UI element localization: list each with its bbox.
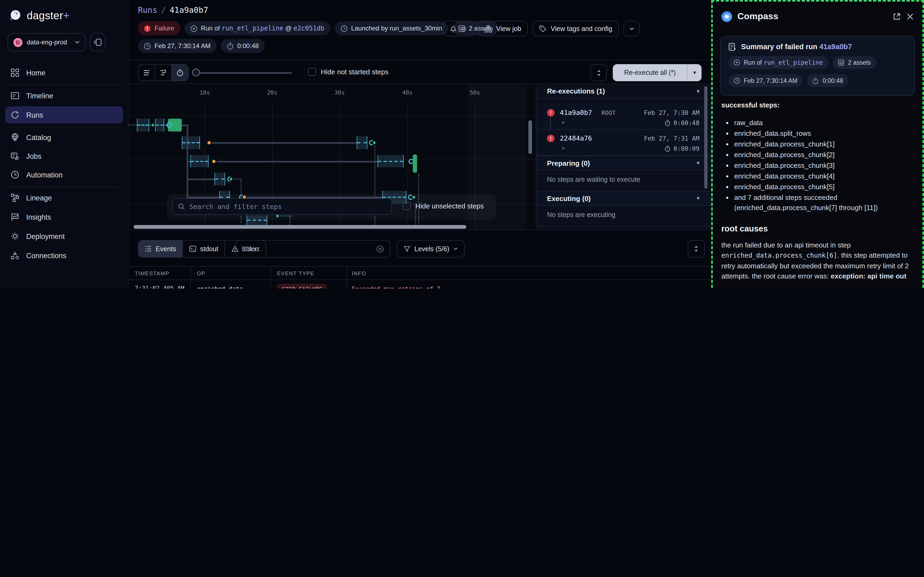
view-mode-timed-button[interactable] [172, 64, 188, 81]
view-job-button[interactable]: View job [478, 21, 528, 36]
events-sort-button[interactable] [688, 240, 705, 258]
preparing-section-header[interactable]: Preparing (0)▼ [536, 156, 711, 171]
stopwatch-icon [176, 69, 184, 76]
sidebar-item-deployment[interactable]: Deployment [5, 228, 123, 245]
sidebar-item-label: Jobs [26, 152, 42, 160]
run-duration: 0:00:09 [664, 145, 700, 152]
hide-not-started-checkbox[interactable] [308, 68, 316, 76]
step-item: enriched_data.process_chunk[3] [734, 160, 909, 171]
breadcrumb-separator: / [161, 5, 166, 15]
log-filter-input[interactable]: Filter... [235, 240, 390, 258]
run-id[interactable]: 41a9a0b7 [560, 108, 592, 116]
dagster-logo[interactable]: dagster+ [8, 8, 69, 23]
grid-icon [11, 68, 19, 77]
workspace-selector[interactable]: D data-eng-prod [8, 33, 85, 51]
sidebar-item-home[interactable]: Home [5, 64, 123, 81]
root-cause-paragraph: the run failed due to an api timeout in … [721, 240, 909, 281]
workspace-name: data-eng-prod [27, 39, 71, 46]
sidebar-item-label: Home [26, 69, 45, 77]
hide-unselected-control[interactable]: Hide unselected steps [403, 202, 484, 210]
tab-stdout[interactable]: stdout [183, 240, 225, 257]
event-op[interactable]: enriched_data [197, 285, 243, 288]
alerts-button[interactable]: ⊘ [443, 21, 473, 36]
error-icon: ! [547, 109, 555, 116]
view-tags-config-button[interactable]: View tags and config [532, 21, 619, 36]
gantt-chart[interactable]: 10s 20s 30s 40s 50s [128, 84, 536, 230]
summary-card-title: Summary of failed run 41a9a0b7 [728, 43, 907, 51]
summary-run-id[interactable]: 41a9a0b7 [819, 43, 852, 51]
sidebar-item-lineage[interactable]: Lineage [5, 189, 123, 206]
section-divider [536, 226, 711, 227]
reexec-scrollbar[interactable] [704, 86, 708, 189]
pipeline-link[interactable]: run_etl_pipeline [222, 24, 284, 32]
compass-summary-body: successful steps: raw_data enriched_data… [721, 100, 909, 288]
reexecute-all-label: Re-execute all (*) [613, 69, 687, 76]
reexecutions-header[interactable]: Re-executions (1)▼ [536, 84, 711, 99]
gantt-step-bar[interactable] [190, 155, 208, 167]
zoom-slider-track[interactable] [196, 72, 292, 74]
breadcrumb-runs-link[interactable]: Runs [138, 5, 157, 15]
pipeline-link[interactable]: run_etl_pipeline [764, 59, 823, 66]
launched-by-tag[interactable]: Launched by run_assets_30min [334, 21, 448, 35]
sidebar-item-automation[interactable]: Automation [5, 166, 123, 183]
gantt-vertical-scrollbar[interactable] [528, 120, 532, 154]
levels-filter-button[interactable]: Levels (5/6) [397, 240, 465, 258]
clock-icon [734, 77, 740, 84]
sidebar-item-jobs[interactable]: Jobs [5, 148, 123, 164]
reexecute-options-caret[interactable]: ▼ [688, 70, 701, 75]
run-actions: ⊘ View job View tags and config [443, 21, 640, 36]
reexec-run-row[interactable]: ! 41a9a0b7 ROOT Feb 27, 7:30 AM * 0:00:4… [536, 104, 711, 130]
sidebar-item-timeline[interactable]: Timeline [5, 87, 123, 104]
commit-link[interactable]: e2c051db [293, 24, 324, 32]
event-row-step-failure[interactable]: 7:31:02.405 AM enriched_data↳process_chu… [128, 280, 711, 288]
summary-run-chip[interactable]: Run of run_etl_pipeline [728, 56, 828, 69]
collapse-sidebar-button[interactable] [90, 33, 105, 51]
more-actions-button[interactable] [624, 21, 640, 36]
compass-icon [721, 11, 732, 22]
job-graph-icon [484, 25, 492, 32]
run-id[interactable]: 22484a76 [560, 134, 592, 142]
reexecute-all-button[interactable]: Re-execute all (*) ▼ [613, 64, 701, 81]
reexec-sort-button[interactable] [590, 64, 607, 81]
view-mode-waterfall-button[interactable] [155, 64, 172, 81]
gantt-step-bar-success[interactable] [413, 155, 417, 172]
chevron-down-icon [629, 27, 634, 30]
sidebar-item-catalog[interactable]: Catalog [5, 129, 123, 146]
executing-section-header[interactable]: Executing (0)▼ [536, 191, 711, 206]
failure-icon [144, 25, 151, 32]
run-date: Feb 27, 7:31 AM [644, 135, 700, 142]
sidebar-item-insights[interactable]: Insights [5, 208, 123, 226]
run-of-tag[interactable]: Run of run_etl_pipeline @ e2c051db [184, 21, 330, 35]
gantt-step-bar[interactable] [182, 136, 200, 149]
event-list-icon [145, 245, 152, 252]
sidebar-item-label: Catalog [26, 133, 51, 141]
view-mode-flat-button[interactable] [139, 64, 155, 81]
gantt-step-bar[interactable] [155, 119, 164, 132]
summary-assets-chip[interactable]: 2 assets [832, 56, 876, 69]
levels-label: Levels (5/6) [414, 245, 450, 253]
gantt-step-bar[interactable] [137, 119, 149, 132]
step-search-input[interactable]: Search and filter steps [172, 198, 392, 215]
dagster-app: dagster+ D data-eng-prod Home Timeline R… [0, 0, 924, 288]
gantt-horizontal-scrollbar[interactable] [134, 225, 466, 229]
sidebar-item-connections[interactable]: Connections [5, 247, 123, 264]
gantt-step-bar[interactable] [214, 172, 225, 185]
compass-header: Compass [721, 11, 914, 22]
terminal-icon [189, 245, 196, 252]
open-in-new-icon[interactable] [892, 12, 901, 21]
reexec-run-row[interactable]: ! 22484a76 Feb 27, 7:31 AM * 0:00:09 [536, 130, 711, 156]
zoom-slider-handle[interactable] [192, 68, 200, 76]
clear-filter-icon[interactable] [376, 245, 384, 253]
gantt-step-bar[interactable] [356, 136, 368, 149]
hide-unselected-checkbox[interactable] [403, 202, 411, 210]
clock-icon [11, 171, 19, 179]
sidebar-item-runs[interactable]: Runs [5, 106, 123, 124]
hide-not-started-control[interactable]: Hide not started steps [308, 68, 389, 76]
tab-events[interactable]: Events [139, 240, 183, 257]
close-icon[interactable] [906, 13, 914, 20]
col-info: INFO [352, 271, 366, 276]
step-marker-success [150, 122, 155, 127]
gantt-step-bar[interactable] [377, 155, 404, 167]
bell-icon [450, 25, 457, 32]
hide-not-started-label: Hide not started steps [321, 68, 389, 76]
